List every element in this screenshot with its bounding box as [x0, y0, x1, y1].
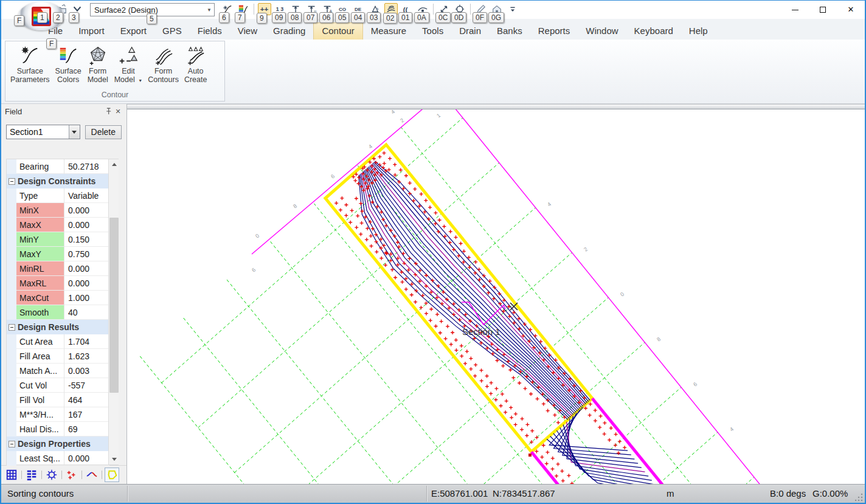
property-label: Least Sq... [16, 451, 64, 466]
plus-plus-button[interactable]: ++9 [258, 3, 271, 15]
string-node-button[interactable]: 0A [416, 3, 429, 15]
qat-overflow-button[interactable] [506, 3, 519, 15]
chevron-down-button[interactable]: 3 [71, 3, 84, 15]
form-model-button[interactable]: FormModel [85, 43, 111, 91]
tab-banks[interactable]: Banks [489, 23, 530, 40]
tab-export[interactable]: Export [113, 23, 154, 40]
section-combobox[interactable]: Section1 [6, 125, 80, 139]
grid-view-button[interactable] [4, 468, 19, 482]
pencil-button[interactable]: 0F [474, 3, 488, 15]
gear-view-button[interactable] [44, 468, 59, 482]
property-value[interactable]: 0.000 [64, 276, 109, 291]
combobox-dropdown-icon[interactable] [69, 125, 80, 139]
property-value[interactable]: 1.623 [64, 349, 109, 364]
drawing-canvas[interactable]: 08642414208646Section 1 [127, 109, 865, 484]
svg-text:6: 6 [692, 381, 698, 388]
tab-fields[interactable]: Fields [190, 23, 230, 40]
keytip-badge: 06 [319, 12, 333, 23]
property-value[interactable]: -557 [64, 378, 109, 393]
resize-arrows-button[interactable]: 0C [437, 3, 451, 15]
tab-window[interactable]: Window [578, 23, 626, 40]
tab-grading[interactable]: Grading [265, 23, 313, 40]
svg-text:4: 4 [729, 426, 735, 433]
resize-grip[interactable] [855, 493, 863, 501]
ribbon-button-label: EditModel ▼ [114, 67, 142, 85]
property-value[interactable]: 69 [64, 422, 109, 437]
property-row: MinY0.150 [7, 232, 119, 247]
one-three-button[interactable]: 1 309 [274, 3, 287, 15]
horizontal-splitter[interactable] [127, 104, 865, 109]
node-marker [528, 454, 532, 457]
tab-reports[interactable]: Reports [530, 23, 578, 40]
edit-model-button[interactable]: EditModel ▼ [112, 43, 145, 91]
tab-import[interactable]: Import [71, 23, 113, 40]
co-button[interactable]: CO05 [337, 3, 350, 15]
combobox-dropdown-icon[interactable]: ▼ [204, 4, 214, 16]
surface-colors-button[interactable]: SurfaceColors [53, 43, 84, 91]
property-value[interactable]: 50.2718 [64, 159, 109, 174]
property-value[interactable]: Variable [64, 188, 109, 203]
tab-view[interactable]: View [230, 23, 265, 40]
property-value[interactable]: 0.150 [64, 232, 109, 247]
scroll-up-icon[interactable] [109, 159, 119, 170]
svg-text:6: 6 [251, 267, 257, 274]
minimize-button[interactable] [781, 1, 809, 19]
target-button[interactable]: 0D [453, 3, 466, 15]
property-value[interactable]: 464 [64, 393, 109, 407]
property-value[interactable]: 1.000 [64, 291, 109, 305]
collapse-icon[interactable] [9, 178, 15, 185]
keytip-badge: 04 [351, 12, 365, 23]
color-bars-button[interactable]: 7 [237, 3, 250, 15]
contour-arcs-button[interactable]: 02 [384, 3, 398, 15]
property-value[interactable]: 0.000 [64, 261, 109, 276]
star-curve-button[interactable]: 6 [221, 3, 234, 15]
triangle-button[interactable]: 03 [369, 3, 382, 15]
tab-tools[interactable]: Tools [414, 23, 451, 40]
double-paren-button[interactable]: ((01 [400, 3, 414, 15]
property-value[interactable]: 0.000 [64, 218, 109, 232]
form-contours-button[interactable]: FormContours [145, 43, 181, 91]
level-mid-button[interactable]: u07 [305, 3, 319, 15]
tab-keyboard[interactable]: Keyboard [626, 23, 681, 40]
delete-button[interactable]: Delete [85, 125, 122, 139]
close-button[interactable]: ✕ [837, 1, 865, 19]
maximize-button[interactable] [809, 1, 837, 19]
tab-measure[interactable]: Measure [363, 23, 414, 40]
tab-contour[interactable]: Contour [313, 22, 362, 40]
property-value[interactable]: 0.750 [64, 247, 109, 261]
de-button[interactable]: DE04 [353, 3, 366, 15]
surface-combobox[interactable]: Surface2 (Design)▼5 [90, 3, 215, 16]
tab-drain[interactable]: Drain [451, 23, 489, 40]
polygon-view-button[interactable] [105, 468, 119, 482]
level-base-button[interactable]: A06 [321, 3, 334, 15]
pin-icon[interactable] [103, 106, 113, 116]
property-value[interactable]: 0.000 [64, 203, 109, 218]
level-up-button[interactable]: 08 [289, 3, 303, 15]
property-value[interactable]: 40 [64, 305, 109, 320]
property-value[interactable]: 167 [64, 407, 109, 422]
property-value[interactable]: 1.704 [64, 334, 109, 349]
property-value[interactable]: 0.000 [64, 451, 109, 466]
points-view-button[interactable] [64, 468, 79, 482]
toolbar-separator [61, 471, 62, 479]
house-button[interactable]: 0G [490, 3, 504, 15]
surface-parameters-icon [19, 44, 41, 67]
auto-create-button[interactable]: AutoCreate [182, 43, 210, 91]
section-combobox-value: Section1 [10, 127, 43, 137]
main-area: Field ✕ Section1 Delete Bearing50.2718De… [1, 104, 865, 484]
keytip-badge: 1 [37, 12, 47, 23]
svg-text:2: 2 [583, 246, 589, 253]
property-grid-scrollbar[interactable] [108, 159, 119, 464]
surface-parameters-button[interactable]: SurfaceParameters [8, 43, 52, 91]
scrollbar-thumb[interactable] [109, 218, 119, 393]
section-view-button[interactable] [85, 468, 99, 482]
scroll-down-icon[interactable] [109, 454, 119, 464]
panel-close-icon[interactable]: ✕ [113, 106, 123, 116]
collapse-icon[interactable] [9, 441, 15, 447]
section-combo-row: Section1 Delete [1, 119, 126, 145]
list-view-button[interactable] [24, 468, 39, 482]
property-value[interactable]: 0.003 [64, 364, 109, 378]
tab-gps[interactable]: GPS [154, 23, 190, 40]
collapse-icon[interactable] [9, 324, 15, 331]
tab-help[interactable]: Help [681, 23, 716, 40]
